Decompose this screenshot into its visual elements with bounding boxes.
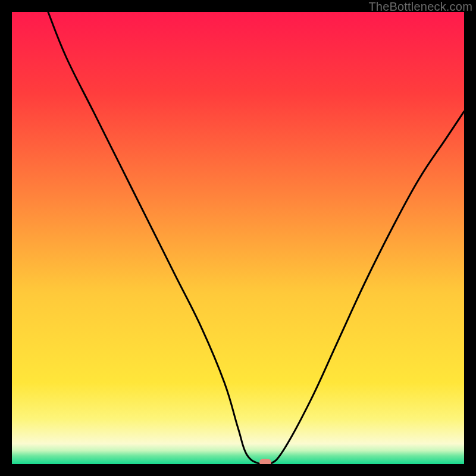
- chart-frame: TheBottleneck.com: [0, 0, 476, 476]
- watermark-text: TheBottleneck.com: [368, 0, 472, 14]
- optimal-point-marker: [259, 459, 271, 464]
- plot-area: [12, 12, 464, 464]
- bottleneck-curve: [12, 12, 464, 464]
